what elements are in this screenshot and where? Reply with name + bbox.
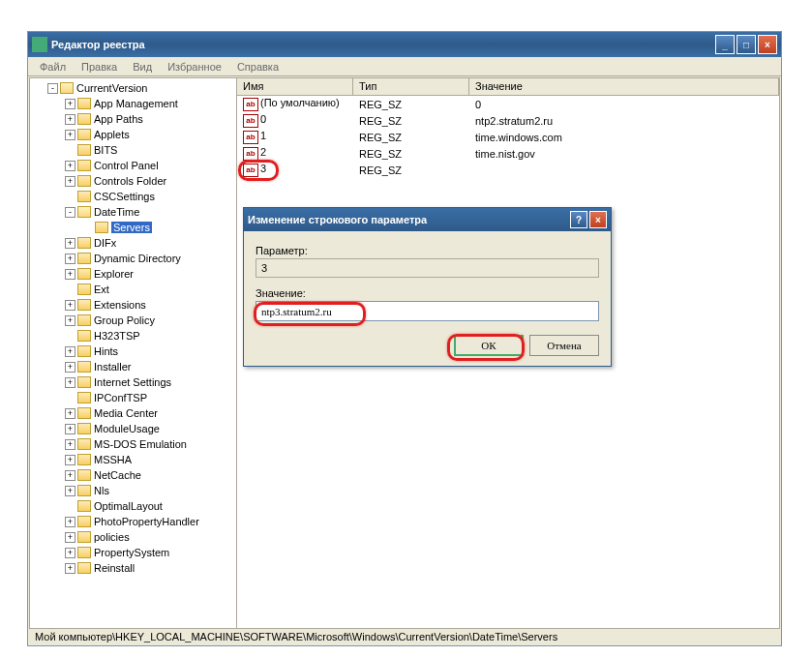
expand-icon	[65, 501, 75, 512]
menu-help[interactable]: Справка	[229, 59, 286, 75]
tree-item[interactable]: +Control Panel	[65, 158, 236, 173]
expand-icon[interactable]: +	[65, 486, 75, 496]
ok-button[interactable]: ОК	[454, 335, 524, 356]
expand-icon[interactable]: +	[65, 269, 75, 280]
close-button[interactable]: ×	[758, 35, 777, 54]
expand-icon[interactable]: +	[65, 362, 75, 373]
tree-item[interactable]: CSCSettings	[65, 189, 236, 204]
titlebar[interactable]: Редактор реестра _ □ ×	[28, 32, 781, 57]
tree-item[interactable]: +Hints	[65, 343, 236, 359]
expand-icon[interactable]: +	[65, 439, 75, 450]
dialog-titlebar[interactable]: Изменение строкового параметра ? ×	[244, 208, 611, 231]
tree-item-label: Installer	[94, 361, 132, 373]
tree-item[interactable]: +MS-DOS Emulation	[65, 436, 236, 452]
tree-item-label: Dynamic Directory	[94, 253, 181, 264]
registry-value-row[interactable]: ab0REG_SZntp2.stratum2.ru	[237, 112, 779, 129]
expand-icon[interactable]: +	[65, 548, 75, 558]
expand-icon[interactable]: +	[65, 532, 75, 543]
expand-icon[interactable]: +	[65, 377, 75, 388]
tree-item-label: App Management	[94, 98, 178, 109]
tree-item-label: IPConfTSP	[94, 392, 147, 403]
tree-item[interactable]: +Explorer	[65, 266, 236, 282]
tree-item-label: DateTime	[94, 206, 139, 218]
tree-item[interactable]: +App Paths	[65, 111, 236, 127]
expand-icon[interactable]: +	[65, 114, 75, 125]
folder-icon	[77, 191, 91, 202]
tree-item-root[interactable]: - CurrentVersion	[47, 80, 236, 96]
expand-icon[interactable]: +	[65, 99, 75, 109]
expand-icon[interactable]: +	[65, 254, 75, 264]
tree-item[interactable]: +Internet Settings	[65, 374, 236, 390]
tree-item[interactable]: +Extensions	[65, 297, 236, 313]
folder-icon	[77, 485, 91, 496]
col-header-type[interactable]: Тип	[353, 78, 469, 95]
expand-icon[interactable]: +	[65, 408, 75, 419]
tree-item-label: policies	[94, 531, 130, 543]
tree-item[interactable]: +MSSHA	[65, 452, 236, 467]
registry-value-row[interactable]: ab2REG_SZtime.nist.gov	[237, 145, 779, 162]
tree-item[interactable]: BITS	[65, 142, 236, 158]
tree-item[interactable]: Servers	[82, 220, 236, 235]
tree-item[interactable]: +Group Policy	[65, 313, 236, 328]
tree-item-label: Reinstall	[94, 562, 135, 574]
expand-icon[interactable]: +	[65, 315, 75, 326]
expand-icon[interactable]: +	[65, 238, 75, 249]
tree-item[interactable]: +App Management	[65, 96, 236, 111]
expand-icon[interactable]: -	[65, 207, 75, 218]
col-header-name[interactable]: Имя	[237, 78, 353, 95]
tree-pane[interactable]: - CurrentVersion +App Management+App Pat…	[30, 78, 237, 628]
value-type: REG_SZ	[353, 147, 469, 161]
folder-icon	[77, 206, 91, 218]
value-data: time.windows.com	[469, 131, 779, 144]
expand-icon[interactable]: +	[65, 176, 75, 187]
expand-icon[interactable]: +	[65, 130, 75, 140]
expand-icon[interactable]: +	[65, 161, 75, 171]
dialog-close-button[interactable]: ×	[589, 211, 607, 228]
tree-item[interactable]: +ModuleUsage	[65, 421, 236, 436]
tree-item[interactable]: +Media Center	[65, 405, 236, 421]
expand-icon[interactable]: +	[65, 517, 75, 527]
expand-icon[interactable]: +	[65, 563, 75, 574]
value-type: REG_SZ	[353, 114, 469, 128]
registry-value-row[interactable]: ab3REG_SZ	[237, 162, 779, 178]
cancel-button[interactable]: Отмена	[529, 335, 599, 356]
menu-favorites[interactable]: Избранное	[160, 59, 229, 75]
tree-item[interactable]: +Applets	[65, 127, 236, 142]
tree-item[interactable]: +Installer	[65, 359, 236, 374]
expand-icon[interactable]: +	[65, 455, 75, 465]
tree-item-label: OptimalLayout	[94, 500, 163, 512]
minimize-button[interactable]: _	[715, 35, 735, 54]
tree-item[interactable]: -DateTime	[65, 204, 236, 220]
tree-item[interactable]: OptimalLayout	[65, 498, 236, 514]
tree-item[interactable]: +Reinstall	[65, 560, 236, 576]
tree-item[interactable]: +DIFx	[65, 235, 236, 251]
dialog-title: Изменение строкового параметра	[248, 214, 427, 225]
expand-icon[interactable]: +	[65, 300, 75, 311]
col-header-value[interactable]: Значение	[469, 78, 779, 95]
folder-icon	[77, 175, 91, 187]
expand-icon[interactable]: +	[65, 346, 75, 357]
expand-icon[interactable]: -	[47, 83, 58, 94]
dialog-help-button[interactable]: ?	[570, 211, 587, 228]
tree-item[interactable]: Ext	[65, 282, 236, 297]
tree-item[interactable]: +Controls Folder	[65, 173, 236, 189]
edit-string-dialog: Изменение строкового параметра ? × Парам…	[243, 207, 612, 367]
tree-item[interactable]: +NetCache	[65, 467, 236, 483]
menu-file[interactable]: Файл	[32, 59, 74, 75]
registry-editor-window: Редактор реестра _ □ × Файл Правка Вид И…	[27, 31, 782, 646]
menu-edit[interactable]: Правка	[74, 59, 125, 75]
expand-icon[interactable]: +	[65, 470, 75, 481]
value-input[interactable]	[256, 301, 599, 321]
tree-item[interactable]: H323TSP	[65, 328, 236, 343]
registry-value-row[interactable]: ab(По умолчанию)REG_SZ0	[237, 96, 779, 112]
tree-item[interactable]: +Dynamic Directory	[65, 251, 236, 266]
tree-item[interactable]: +policies	[65, 529, 236, 545]
menu-view[interactable]: Вид	[125, 59, 160, 75]
maximize-button[interactable]: □	[737, 35, 756, 54]
tree-item[interactable]: +Nls	[65, 483, 236, 498]
tree-item[interactable]: IPConfTSP	[65, 390, 236, 405]
tree-item[interactable]: +PropertySystem	[65, 545, 236, 560]
tree-item[interactable]: +PhotoPropertyHandler	[65, 514, 236, 529]
registry-value-row[interactable]: ab1REG_SZtime.windows.com	[237, 129, 779, 145]
expand-icon[interactable]: +	[65, 424, 75, 434]
